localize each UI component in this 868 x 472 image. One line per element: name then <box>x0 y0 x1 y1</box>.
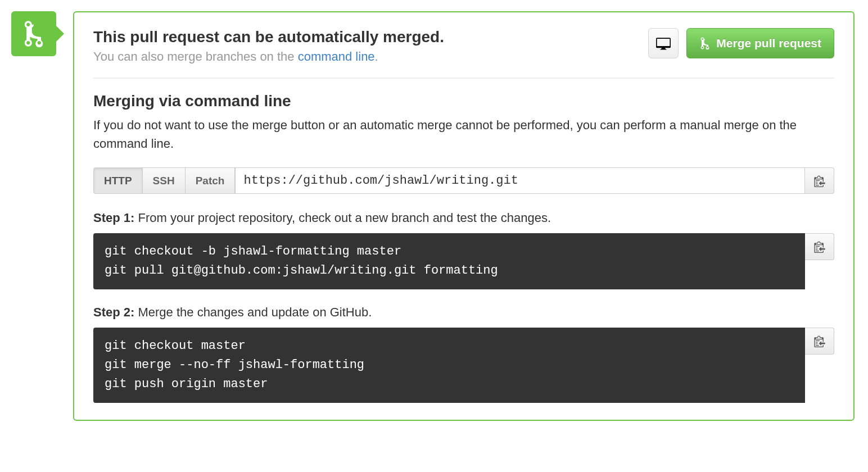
merge-status-subtitle: You can also merge branches on the comma… <box>93 49 637 64</box>
merge-status-badge <box>11 11 56 56</box>
step-2: Step 2: Merge the changes and update on … <box>93 305 834 403</box>
step-2-label: Step 2: Merge the changes and update on … <box>93 305 834 320</box>
tab-http[interactable]: HTTP <box>94 168 143 193</box>
clone-url-row: HTTP SSH Patch <box>93 167 834 194</box>
copy-step-1-button[interactable] <box>805 233 834 260</box>
subtitle-suffix: . <box>375 49 378 63</box>
command-line-link[interactable]: command line <box>298 49 375 63</box>
git-merge-icon <box>699 37 711 50</box>
step-1-label-bold: Step 1: <box>93 211 134 225</box>
clone-url-input[interactable] <box>235 167 805 194</box>
header-text: This pull request can be automatically m… <box>93 28 637 64</box>
tab-ssh[interactable]: SSH <box>143 168 186 193</box>
desktop-icon <box>656 36 671 51</box>
tab-patch[interactable]: Patch <box>186 168 236 193</box>
step-2-code-row: git checkout master git merge --no-ff js… <box>93 328 834 403</box>
panel-header: This pull request can be automatically m… <box>93 28 834 79</box>
merge-panel: This pull request can be automatically m… <box>73 11 855 421</box>
clone-protocol-tabs: HTTP SSH Patch <box>93 167 235 194</box>
step-1: Step 1: From your project repository, ch… <box>93 211 834 289</box>
step-1-label: Step 1: From your project repository, ch… <box>93 211 834 225</box>
clipboard-icon <box>813 240 826 253</box>
merge-pull-request-button[interactable]: Merge pull request <box>686 28 834 58</box>
merge-panel-container: This pull request can be automatically m… <box>11 11 855 421</box>
step-2-label-bold: Step 2: <box>93 305 134 319</box>
header-actions: Merge pull request <box>648 28 834 58</box>
clipboard-icon <box>813 335 826 347</box>
step-2-label-text: Merge the changes and update on GitHub. <box>134 305 372 319</box>
step-1-code[interactable]: git checkout -b jshawl-formatting master… <box>93 233 805 289</box>
step-1-label-text: From your project repository, check out … <box>134 211 551 225</box>
copy-url-button[interactable] <box>805 167 834 194</box>
merge-button-label: Merge pull request <box>716 37 821 50</box>
git-merge-icon <box>21 19 46 48</box>
cli-section-title: Merging via command line <box>93 92 834 110</box>
step-1-code-row: git checkout -b jshawl-formatting master… <box>93 233 834 289</box>
merge-status-title: This pull request can be automatically m… <box>93 28 637 46</box>
step-2-code[interactable]: git checkout master git merge --no-ff js… <box>93 328 805 403</box>
cli-section-description: If you do not want to use the merge butt… <box>93 116 834 153</box>
subtitle-prefix: You can also merge branches on the <box>93 49 298 63</box>
clipboard-icon <box>813 175 826 187</box>
copy-step-2-button[interactable] <box>805 328 834 355</box>
desktop-button[interactable] <box>648 28 679 58</box>
